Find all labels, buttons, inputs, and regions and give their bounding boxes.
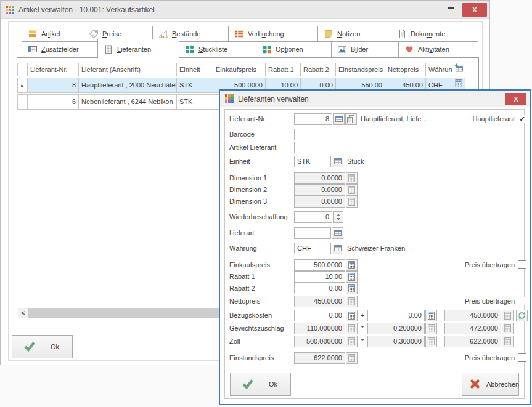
zusatzfelder-icon [28,44,38,54]
scroll-left-arrow-icon[interactable]: < [18,308,28,318]
plus-operator: + [358,312,367,319]
bezugskosten-zuschlag-input[interactable] [367,310,425,321]
field-dimension3: Dimension 3 [229,195,526,208]
field-einstandspreis: Einstandspreis Preis übertragen [229,352,526,364]
col-lieferant-anschrift[interactable]: Lieferant (Anschrift) [78,63,177,76]
col-lieferant-nr[interactable]: Lieferant-Nr. [27,63,79,76]
field-wiederbeschaffung: Wiederbeschaffung [229,211,526,223]
tab-label: Notizen [337,30,360,38]
calculator-button[interactable] [346,259,358,271]
preis-uebertragen-checkbox[interactable] [518,297,526,305]
tab-label: Bestände [172,30,201,38]
hauptlieferant-checkbox[interactable]: ✔ [518,115,526,123]
einkaufspreis-input[interactable] [294,259,345,271]
cell-einheit[interactable]: STK [176,94,213,110]
col-nettopreis[interactable]: Nettopreis [385,63,426,76]
tab-aktivitaeten[interactable]: Aktivitäten [398,41,478,57]
tab-artikel[interactable]: Artikel [22,26,83,42]
preis-uebertragen-group: Preis übertragen [465,297,526,305]
tab-optionen[interactable]: Optionen [256,41,332,57]
col-einkaufspreis[interactable]: Einkaufspreis [213,63,266,76]
dialog-titlebar[interactable]: Lieferanten verwalten X [220,91,530,107]
calculator-button[interactable] [425,310,437,321]
einstandspreis-input [294,352,345,364]
cell-lieferant-nr[interactable]: 6 [27,94,79,110]
calculator-icon [346,172,358,184]
row-marker-icon: ▸ [21,83,24,89]
maximize-button[interactable] [443,4,459,16]
tab-label: Aktivitäten [418,46,449,53]
add-row-button[interactable] [452,63,465,76]
rabatt2-input[interactable] [294,283,345,294]
window-controls: X [443,3,487,17]
calculator-button[interactable] [346,283,358,294]
tab-stueckliste[interactable]: Stückliste [179,41,256,57]
lieferanten-dialog: Lieferanten verwalten X Lieferant-Nr. Ha… [219,89,531,405]
preis-uebertragen-label: Preis übertragen [465,261,515,268]
row-selector[interactable]: ▸ [17,78,28,93]
wiederbeschaffung-input[interactable] [294,211,332,223]
col-einstandspreis[interactable]: Einstandspreis [335,63,385,76]
stueckliste-icon [185,44,195,54]
col-einheit[interactable]: Einheit [176,63,213,76]
rabatt1-input[interactable] [294,271,345,283]
dialog-ok-button[interactable]: Ok [230,373,291,396]
field-barcode: Barcode [229,128,526,140]
artikel-lieferant-input[interactable] [294,142,430,153]
tab-zusatzfelder[interactable]: Zusatzfelder [22,41,98,57]
tab-strip-row2: Zusatzfelder Lieferanten Stückliste Opti… [22,41,478,58]
einstandspreis-label: Einstandspreis [229,354,294,361]
tab-lieferanten[interactable]: Lieferanten [97,39,179,58]
tab-label: Stückliste [198,46,227,53]
dimension3-label: Dimension 3 [229,198,294,205]
dialog-cancel-button[interactable]: Abbrechen [462,373,519,396]
calculator-icon [425,323,437,334]
close-icon: X [514,95,518,103]
dialog-close-button[interactable]: X [505,93,526,105]
calculator-button[interactable] [346,310,358,321]
field-dimension2: Dimension 2 [229,183,526,196]
main-ok-button[interactable]: Ok [12,335,73,358]
titlebar[interactable]: Artikel verwalten - 10.001: Verkaufsarti… [1,1,489,19]
preis-uebertragen-group: Preis übertragen [465,353,526,362]
waehrung-lookup-button[interactable] [332,243,343,254]
spin-up-icon[interactable] [337,214,340,216]
col-rabatt1[interactable]: Rabatt 1 [265,63,301,76]
gewichtszuschlag-result [444,323,501,334]
tab-label: Bilder [351,46,368,53]
lieferant-nr-lookup-button[interactable] [333,113,345,125]
lieferart-input[interactable] [294,227,331,239]
spinner-control[interactable] [333,211,343,223]
tab-notizen[interactable]: Notizen [317,26,391,42]
preis-uebertragen-checkbox[interactable] [518,260,526,269]
dimension1-label: Dimension 1 [229,174,294,182]
field-nettopreis: Nettopreis Preis übertragen [229,295,526,307]
cell-lieferant-nr[interactable]: 8 [27,78,79,93]
cell-anschrift[interactable]: Nebenlieferant , 6244 Nebikon [78,94,177,110]
cell-einheit[interactable]: STK [176,78,213,93]
einheit-lookup-button[interactable] [332,156,343,167]
col-waehrung[interactable]: Währung [425,63,452,76]
copy-button[interactable] [345,113,357,125]
bezugskosten-input[interactable] [294,310,345,321]
barcode-input[interactable] [294,129,430,140]
einheit-input[interactable] [294,156,331,167]
calculator-icon [346,323,358,334]
preis-uebertragen-label: Preis übertragen [465,354,515,361]
row-selector[interactable] [17,94,28,110]
preis-uebertragen-checkbox[interactable] [518,353,526,362]
dimension3-input [294,196,345,208]
lieferart-lookup-button[interactable] [332,227,343,239]
waehrung-input[interactable] [294,243,331,254]
tab-label: Verbuchung [248,30,284,38]
recalculate-button[interactable] [516,310,528,321]
calculator-button[interactable] [346,271,358,283]
close-button[interactable]: X [462,3,487,17]
col-rabatt2[interactable]: Rabatt 2 [300,63,336,76]
cell-anschrift[interactable]: Hauptlieferant , 2000 Neuchâtel [78,78,177,93]
tab-verbuchung[interactable]: Verbuchung [228,26,318,42]
lieferant-nr-input[interactable] [294,113,332,125]
tab-bilder[interactable]: Bilder [331,41,399,57]
tab-dokumente[interactable]: Dokumente [391,26,478,42]
spin-down-icon[interactable] [337,218,340,220]
